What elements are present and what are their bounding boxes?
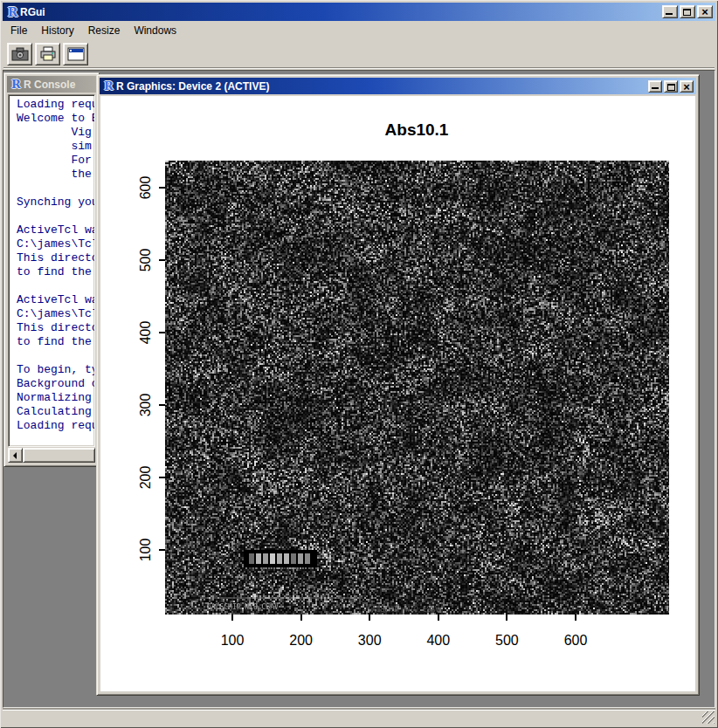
window-icon [67, 47, 85, 61]
resize-grip[interactable] [702, 711, 715, 724]
graphics-window: R R Graphics: Device 2 (ACTIVE) × Abs10.… [96, 74, 700, 696]
console-window-button[interactable] [63, 43, 88, 65]
mdi-workspace: R R Console Loading requ Welcome to B Vi… [3, 70, 715, 708]
y-tick [159, 259, 165, 261]
printer-icon [39, 46, 57, 61]
scroll-thumb[interactable] [23, 448, 95, 463]
app-icon: R [5, 5, 20, 19]
console-icon: R [9, 78, 24, 92]
x-tick [575, 615, 576, 621]
x-tick-label: 200 [284, 633, 319, 649]
minimize-button[interactable] [662, 5, 678, 18]
y-tick [159, 477, 165, 478]
y-tick [159, 332, 165, 333]
print-button[interactable] [35, 43, 60, 65]
plot-title: Abs10.1 [385, 120, 449, 140]
x-tick-label: 100 [215, 633, 250, 649]
close-icon: × [680, 80, 693, 93]
graphics-title-bar[interactable]: R R Graphics: Device 2 (ACTIVE) × [100, 78, 696, 94]
console-title: R Console [24, 79, 75, 91]
y-tick-label: 500 [138, 245, 152, 275]
window-title: RGui [20, 6, 45, 18]
graphics-icon: R [101, 79, 116, 93]
graphics-minimize-button[interactable] [648, 80, 662, 93]
maximize-icon [683, 9, 691, 16]
scroll-left-button[interactable] [8, 448, 23, 463]
x-tick [369, 615, 370, 621]
menu-file[interactable]: File [10, 24, 34, 38]
graphics-title: R Graphics: Device 2 (ACTIVE) [116, 80, 269, 93]
toolbar [3, 40, 715, 68]
maximize-button[interactable] [680, 5, 695, 18]
minimize-icon [666, 13, 673, 15]
x-tick-label: 500 [489, 633, 524, 649]
y-tick-label: 100 [138, 535, 152, 565]
plot-image-frame: 100200300400500600 100200300400500600 [165, 161, 669, 615]
y-tick [159, 549, 165, 551]
close-button[interactable]: × [697, 5, 713, 18]
console-text: Loading requ Welcome to B Vig sim For th… [9, 95, 94, 433]
console-window: R R Console Loading requ Welcome to B Vi… [3, 72, 100, 467]
x-tick [231, 615, 233, 621]
x-tick [438, 615, 439, 621]
close-icon: × [698, 5, 712, 18]
graphics-maximize-button[interactable] [664, 80, 678, 93]
x-tick-label: 300 [352, 633, 387, 649]
menu-history[interactable]: History [41, 24, 80, 38]
maximize-icon [667, 84, 675, 91]
y-tick-label: 600 [138, 173, 152, 203]
title-bar[interactable]: R RGui × [3, 3, 715, 21]
camera-icon [11, 47, 29, 61]
copy-plot-button[interactable] [7, 43, 32, 65]
console-title-bar[interactable]: R R Console [7, 76, 96, 93]
x-tick [506, 615, 507, 621]
graphics-close-button[interactable]: × [680, 80, 694, 93]
menu-bar: File History Resize Windows [3, 23, 715, 38]
y-tick [159, 404, 165, 406]
menu-resize[interactable]: Resize [88, 24, 128, 38]
menu-windows[interactable]: Windows [134, 24, 183, 38]
y-tick [159, 187, 165, 189]
plot-region: Abs10.1 100200300400500600 1002003004005… [100, 96, 695, 691]
y-tick-label: 400 [138, 318, 152, 347]
x-tick [300, 615, 302, 621]
rgui-window: R RGui × File History Resize Windows [0, 0, 718, 728]
minimize-icon [652, 87, 659, 89]
console-h-scrollbar[interactable] [8, 448, 95, 463]
status-bar [3, 710, 715, 725]
arrow-left-icon [13, 452, 17, 459]
y-tick-label: 200 [138, 463, 152, 492]
x-tick-label: 600 [558, 633, 593, 649]
console-output[interactable]: Loading requ Welcome to B Vig sim For th… [8, 94, 95, 447]
x-tick-label: 400 [421, 633, 456, 649]
microarray-image [165, 161, 669, 615]
y-tick-label: 300 [138, 390, 152, 420]
